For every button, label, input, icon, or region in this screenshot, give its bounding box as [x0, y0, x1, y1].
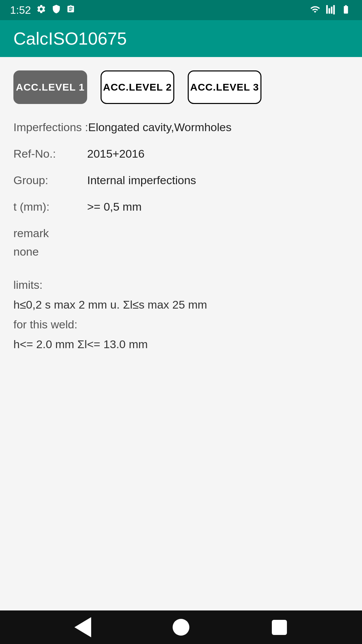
group-value: Internal imperfections	[87, 174, 349, 187]
acc-level-row: ACC.LEVEL 1 ACC.LEVEL 2 ACC.LEVEL 3	[13, 70, 349, 104]
status-bar-left: 1:52	[10, 4, 75, 16]
app-title: CalcISO10675	[13, 29, 127, 49]
status-bar-right	[309, 4, 352, 16]
remark-label: remark	[13, 227, 349, 240]
acc-level-2-button[interactable]: ACC.LEVEL 2	[101, 70, 174, 104]
ref-no-label: Ref-No.:	[13, 147, 87, 160]
remark-section: remark none	[13, 227, 349, 258]
for-weld-value: h<= 2.0 mm Σl<= 13.0 mm	[13, 338, 349, 351]
nav-recent-button[interactable]	[267, 615, 291, 639]
nav-back-button[interactable]	[71, 615, 95, 639]
nav-bar	[0, 610, 362, 644]
back-icon	[74, 617, 91, 637]
status-time: 1:52	[10, 4, 31, 16]
limits-formula: h≤0,2 s max 2 mm u. Σl≤s max 25 mm	[13, 298, 349, 311]
nav-home-button[interactable]	[169, 615, 193, 639]
limits-section: limits: h≤0,2 s max 2 mm u. Σl≤s max 25 …	[13, 278, 349, 351]
status-bar: 1:52	[0, 0, 362, 20]
clipboard-icon	[66, 4, 75, 16]
app-toolbar: CalcISO10675	[0, 20, 362, 57]
t-mm-label: t (mm):	[13, 200, 87, 213]
recent-icon	[272, 620, 287, 635]
signal-icon	[326, 4, 335, 16]
for-weld-label: for this weld:	[13, 318, 349, 331]
settings-icon	[36, 4, 46, 16]
group-label: Group:	[13, 174, 87, 187]
imperfections-row: Imperfections : Elongated cavity,Wormhol…	[13, 121, 349, 134]
imperfections-label: Imperfections :	[13, 121, 88, 134]
shield-icon	[52, 4, 61, 16]
limits-title: limits:	[13, 278, 349, 291]
t-mm-row: t (mm): >= 0,5 mm	[13, 200, 349, 213]
imperfections-value: Elongated cavity,Wormholes	[88, 121, 349, 134]
ref-no-value: 2015+2016	[87, 147, 349, 160]
acc-level-1-button[interactable]: ACC.LEVEL 1	[13, 70, 87, 104]
remark-value: none	[13, 245, 349, 258]
main-content: ACC.LEVEL 1 ACC.LEVEL 2 ACC.LEVEL 3 Impe…	[0, 57, 362, 610]
home-icon	[173, 619, 189, 636]
group-row: Group: Internal imperfections	[13, 174, 349, 187]
battery-icon	[340, 4, 352, 16]
t-mm-value: >= 0,5 mm	[87, 200, 349, 213]
wifi-icon	[309, 4, 321, 16]
acc-level-3-button[interactable]: ACC.LEVEL 3	[188, 70, 261, 104]
ref-no-row: Ref-No.: 2015+2016	[13, 147, 349, 160]
info-section: Imperfections : Elongated cavity,Wormhol…	[13, 121, 349, 213]
